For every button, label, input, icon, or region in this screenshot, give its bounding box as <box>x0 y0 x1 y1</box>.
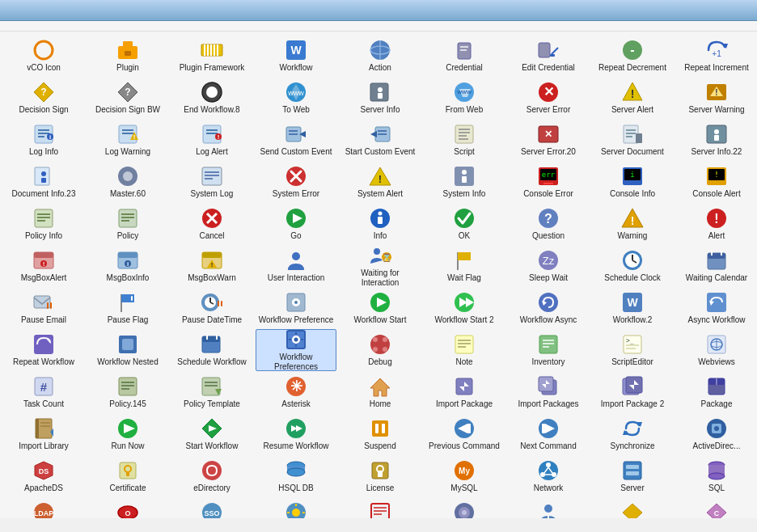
shape-item-asterisk[interactable]: ✳Asterisk <box>256 371 336 413</box>
shape-item-schedule-clock[interactable]: Schedule Clock <box>592 245 673 287</box>
shape-item-sql[interactable]: SQL <box>676 455 757 497</box>
shape-item-info[interactable]: Info <box>340 203 421 245</box>
shape-item-console-info[interactable]: iConsole Info <box>592 161 673 203</box>
shape-item-edirectory[interactable]: eDirectory <box>171 455 252 497</box>
shape-item-pause-flag[interactable]: Pause Flag <box>87 287 168 329</box>
shape-item-plugin-fw[interactable]: Plugin Framework <box>171 35 252 77</box>
shape-item-import-package[interactable]: Import Package <box>424 371 505 413</box>
shape-item-webviews[interactable]: Webviews <box>676 329 757 371</box>
shape-item-repeat-decrement[interactable]: -Repeat Decrement <box>592 35 673 77</box>
shape-item-sso[interactable]: SSOSSO <box>171 497 252 518</box>
shape-item-to-web[interactable]: wwwTo Web <box>256 77 336 119</box>
shape-item-msgbox-info[interactable]: iMsgBoxInfo <box>87 245 168 287</box>
shape-item-msgbox-alert[interactable]: !MsgBoxAlert <box>3 245 84 287</box>
shape-item-mysql[interactable]: MyMySQL <box>424 455 505 497</box>
shape-item-suspend[interactable]: Suspend <box>340 413 421 455</box>
shape-item-end-workflow8[interactable]: End Workflow.8 <box>171 77 252 119</box>
shape-item-system-alert[interactable]: !System Alert <box>340 161 421 203</box>
shape-item-package[interactable]: Package <box>676 371 757 413</box>
shape-item-start-workflow[interactable]: Start Workflow <box>171 413 252 455</box>
shape-item-from-web[interactable]: wwwFrom Web <box>424 77 505 119</box>
shape-item-decision[interactable]: Decision <box>592 497 673 518</box>
shape-item-console-error[interactable]: errConsole Error <box>508 161 589 203</box>
shape-item-decision-sign-bw[interactable]: ?Decision Sign BW <box>87 77 168 119</box>
shape-item-custom-decision[interactable]: CCustom Decision <box>676 497 757 518</box>
shape-item-msgbox-warn[interactable]: !MsgBoxWarn <box>171 245 252 287</box>
shape-item-pause-email[interactable]: Pause Email <box>3 287 84 329</box>
shape-item-debug[interactable]: Debug <box>340 329 421 371</box>
shape-item-go[interactable]: Go <box>256 203 336 245</box>
shape-item-server-document[interactable]: Server Document <box>592 119 673 161</box>
shape-item-waiting-calendar[interactable]: Waiting Calendar <box>676 245 757 287</box>
shape-item-server[interactable]: Server <box>592 455 673 497</box>
shape-item-log-alert[interactable]: !Log Alert <box>171 119 252 161</box>
shape-item-master78[interactable]: Master.78 <box>424 497 505 518</box>
shape-item-resume-workflow[interactable]: Resume Workflow <box>256 413 336 455</box>
shape-item-policy145[interactable]: Policy.145 <box>87 371 168 413</box>
shape-item-policy-info[interactable]: Policy Info <box>3 203 84 245</box>
shape-item-system-info[interactable]: System Info <box>424 161 505 203</box>
shape-item-ok[interactable]: OK <box>424 203 505 245</box>
shape-item-openldap[interactable]: LDAPOpenLDAP <box>3 497 84 518</box>
shape-item-console-alert[interactable]: !Console Alert <box>676 161 757 203</box>
shape-item-repeat-workflow[interactable]: Repeat Workflow <box>3 329 84 371</box>
shape-item-server-warning[interactable]: !Server Warning <box>676 77 757 119</box>
shape-item-sleep-wait[interactable]: ZzSleep Wait <box>508 245 589 287</box>
shape-item-userinteract[interactable]: UserInteract... <box>508 497 589 518</box>
shape-item-alert[interactable]: !Alert <box>676 203 757 245</box>
shape-item-workflow[interactable]: WWorkflow <box>256 35 336 77</box>
shape-item-activedir[interactable]: ActiveDirec... <box>676 413 757 455</box>
shape-item-log-info[interactable]: iLog Info <box>3 119 84 161</box>
shape-item-system-error[interactable]: System Error <box>256 161 336 203</box>
shape-item-workflow-start[interactable]: Workflow Start <box>340 287 421 329</box>
shape-item-home[interactable]: Home <box>340 371 421 413</box>
shape-item-hsql-db[interactable]: HSQL DB <box>256 455 336 497</box>
shape-item-network[interactable]: Network <box>508 455 589 497</box>
shape-item-server-info[interactable]: Server Info <box>340 77 421 119</box>
shape-item-document-info23[interactable]: Document Info.23 <box>3 161 84 203</box>
shape-item-run-now[interactable]: Run Now <box>87 413 168 455</box>
shape-item-inventory[interactable]: Inventory <box>508 329 589 371</box>
shape-item-troubleshoot[interactable]: Troubleshoo... <box>340 497 421 518</box>
shape-item-plugin[interactable]: Plugin <box>87 35 168 77</box>
shape-item-send-custom-event[interactable]: Send Custom Event <box>256 119 336 161</box>
shape-item-oracle[interactable]: OOracle <box>87 497 168 518</box>
shape-item-workflow-nested[interactable]: Workflow Nested <box>87 329 168 371</box>
shape-item-system-log[interactable]: System Log <box>171 161 252 203</box>
shape-item-schedule-workflow[interactable]: Schedule Workflow <box>171 329 252 371</box>
shape-item-start-custom-event[interactable]: Start Custom Event <box>340 119 421 161</box>
shape-item-server-error[interactable]: ✕Server Error <box>508 77 589 119</box>
shape-item-action[interactable]: Action <box>340 35 421 77</box>
shape-item-warning[interactable]: !Warning <box>592 203 673 245</box>
shape-item-user-interaction[interactable]: User Interaction <box>256 245 336 287</box>
shape-item-question[interactable]: ?Question <box>508 203 589 245</box>
shape-item-policy[interactable]: Policy <box>87 203 168 245</box>
shape-item-server-alert[interactable]: !Server Alert <box>592 77 673 119</box>
shape-item-server-info22[interactable]: Server Info.22 <box>676 119 757 161</box>
shape-item-decision-sign[interactable]: ?Decision Sign <box>3 77 84 119</box>
shape-item-script-editor[interactable]: >_ScriptEditor <box>592 329 673 371</box>
shape-item-workflow-preference[interactable]: Workflow Preference <box>256 287 336 329</box>
shape-item-async-workflow[interactable]: Async Workflow <box>676 287 757 329</box>
shape-item-workflow2[interactable]: WWorkflow.2 <box>592 287 673 329</box>
shape-item-policy-template[interactable]: Policy Template <box>171 371 252 413</box>
shape-item-previous-command[interactable]: Previous Command <box>424 413 505 455</box>
shape-item-workflow-start2[interactable]: Workflow Start 2 <box>424 287 505 329</box>
shape-item-pause-datetime[interactable]: Pause DateTime <box>171 287 252 329</box>
shape-item-import-packages[interactable]: Import Packages <box>508 371 589 413</box>
shape-item-import-package2[interactable]: Import Package 2 <box>592 371 673 413</box>
shape-item-credential[interactable]: Credential <box>424 35 505 77</box>
shape-item-vco-icon[interactable]: vCO Icon <box>3 35 84 77</box>
shape-item-wait-flag[interactable]: Wait Flag <box>424 245 505 287</box>
shape-item-task-count[interactable]: #Task Count <box>3 371 84 413</box>
shape-item-waiting-for-interaction[interactable]: ⌛Waiting for Interaction <box>340 245 421 287</box>
shape-item-sunone[interactable]: SunONE <box>256 497 336 518</box>
shape-item-note[interactable]: Note <box>424 329 505 371</box>
shape-item-license[interactable]: License <box>340 455 421 497</box>
shape-item-certificate[interactable]: Certificate <box>87 455 168 497</box>
shape-item-apacheds[interactable]: DSApacheDS <box>3 455 84 497</box>
shape-item-cancel[interactable]: Cancel <box>171 203 252 245</box>
shape-item-synchronize[interactable]: Synchronize <box>592 413 673 455</box>
shape-item-repeat-increment[interactable]: +1Repeat Increment <box>676 35 757 77</box>
shape-item-edit-credential[interactable]: Edit Credential <box>508 35 589 77</box>
